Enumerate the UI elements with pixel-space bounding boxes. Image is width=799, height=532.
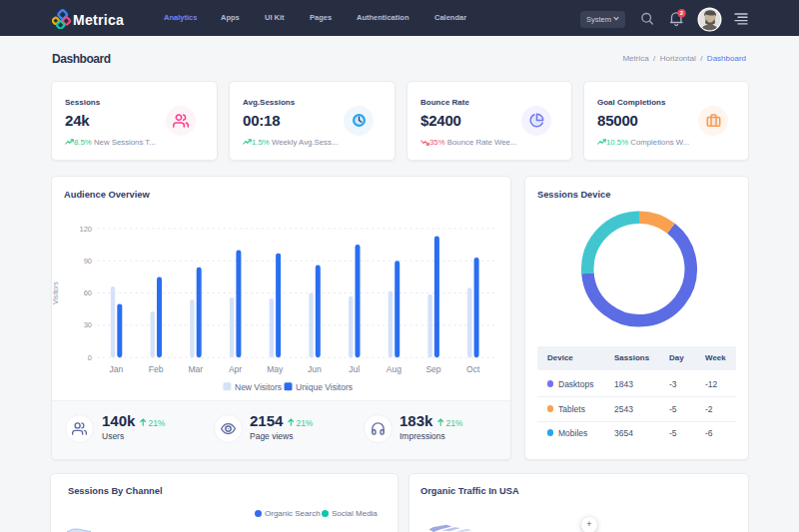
svg-text:Jun: Jun <box>308 364 322 374</box>
svg-text:0: 0 <box>88 353 92 362</box>
svg-text:Oct: Oct <box>466 364 480 374</box>
svg-text:Jan: Jan <box>110 364 124 374</box>
svg-text:Mar: Mar <box>188 364 203 374</box>
svg-text:30: 30 <box>84 320 92 329</box>
svg-text:Visitors: Visitors <box>52 281 59 304</box>
svg-text:New Visitors: New Visitors <box>235 382 282 392</box>
svg-text:120: 120 <box>79 225 92 234</box>
svg-text:Unique Visitors: Unique Visitors <box>296 382 353 392</box>
svg-text:May: May <box>267 364 284 374</box>
svg-text:Feb: Feb <box>149 364 164 374</box>
svg-text:Sep: Sep <box>425 364 440 374</box>
svg-text:Aug: Aug <box>387 364 401 374</box>
svg-text:Jul: Jul <box>349 364 360 374</box>
svg-text:Apr: Apr <box>229 364 242 374</box>
svg-text:60: 60 <box>84 288 92 297</box>
svg-text:90: 90 <box>84 257 92 266</box>
